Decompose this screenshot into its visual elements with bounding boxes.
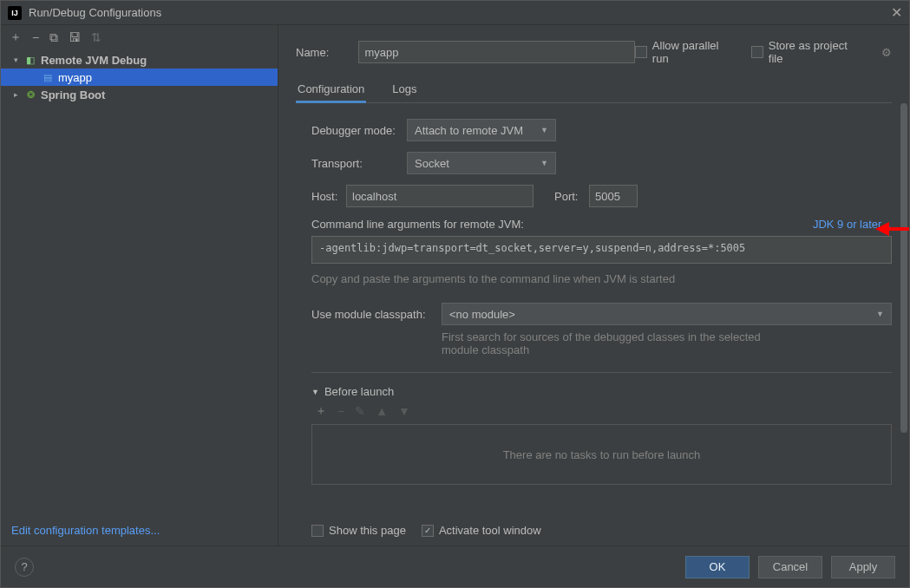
remove-task-icon[interactable]: − — [337, 404, 344, 418]
name-row: Name: Allow parallel run Store as projec… — [296, 39, 892, 65]
module-classpath-select[interactable]: <no module> ▼ — [442, 303, 892, 325]
select-value: Attach to remote JVM — [415, 124, 523, 137]
titlebar: IJ Run/Debug Configurations ✕ — [1, 1, 909, 25]
footer-buttons: OK Cancel Apply — [685, 556, 895, 578]
tree-node-myapp[interactable]: ▤ myapp — [1, 69, 278, 86]
host-label: Host: — [311, 190, 346, 203]
remove-config-icon[interactable]: − — [32, 30, 39, 44]
checkbox-icon — [635, 46, 646, 58]
button-label: OK — [710, 560, 726, 573]
left-panel: ＋ − ⧉ 🖫 ⇅ ▾ ◧ Remote JVM Debug ▤ myapp ▸ — [1, 25, 278, 546]
add-task-icon[interactable]: ＋ — [315, 403, 327, 419]
expand-icon[interactable]: ▾ — [11, 56, 20, 64]
checkbox-icon — [311, 525, 324, 537]
check-label: Activate tool window — [439, 524, 541, 537]
before-launch-list: There are no tasks to run before launch — [311, 424, 892, 485]
dialog-root: IJ Run/Debug Configurations ✕ ＋ − ⧉ 🖫 ⇅ … — [0, 0, 910, 588]
tree-node-remote-jvm[interactable]: ▾ ◧ Remote JVM Debug — [1, 51, 278, 69]
before-launch-toolbar: ＋ − ✎ ▲ ▼ — [311, 398, 892, 424]
check-label: Show this page — [329, 524, 406, 537]
right-panel: Name: Allow parallel run Store as projec… — [278, 25, 909, 546]
transport-select[interactable]: Socket ▼ — [407, 152, 556, 174]
select-value: <no module> — [449, 308, 515, 321]
tab-label: Configuration — [298, 82, 364, 95]
left-footer: Edit configuration templates... — [1, 515, 278, 546]
tree-node-springboot[interactable]: ▸ ❂ Spring Boot — [1, 86, 278, 103]
close-icon[interactable]: ✕ — [891, 4, 902, 21]
cmdline-label: Command line arguments for remote JVM: — [311, 218, 524, 231]
ok-button[interactable]: OK — [685, 556, 750, 578]
cancel-button[interactable]: Cancel — [758, 556, 822, 578]
config-tree: ▾ ◧ Remote JVM Debug ▤ myapp ▸ ❂ Spring … — [1, 49, 278, 515]
remote-jvm-icon: ◧ — [23, 53, 37, 67]
chevron-down-icon: ▼ — [876, 310, 884, 318]
application-icon: ▤ — [41, 70, 55, 84]
edit-templates-link[interactable]: Edit configuration templates... — [11, 524, 160, 537]
module-hint: First search for sources of the debugged… — [442, 330, 771, 356]
section-title: Before launch — [324, 385, 394, 398]
tree-node-label: Remote JVM Debug — [41, 54, 147, 67]
host-input[interactable] — [346, 185, 534, 207]
jdk-version-value: JDK 9 or later — [813, 218, 881, 231]
scrollbar-thumb[interactable] — [900, 103, 907, 433]
add-config-icon[interactable]: ＋ — [10, 29, 22, 45]
vertical-scrollbar[interactable] — [900, 103, 907, 546]
button-label: Apply — [849, 560, 878, 573]
module-classpath-row: Use module classpath: <no module> ▼ — [311, 303, 892, 325]
store-project-check[interactable]: Store as project file — [751, 39, 861, 65]
button-label: Cancel — [773, 560, 808, 573]
tree-node-label: myapp — [58, 71, 92, 84]
name-label: Name: — [296, 46, 358, 59]
spring-icon: ❂ — [23, 88, 37, 101]
debugger-mode-row: Debugger mode: Attach to remote JVM ▼ — [311, 119, 892, 141]
tree-node-label: Spring Boot — [41, 88, 105, 101]
gear-icon[interactable]: ⚙ — [881, 46, 892, 59]
debugger-mode-select[interactable]: Attach to remote JVM ▼ — [407, 119, 556, 141]
cmdline-args-field[interactable]: -agentlib:jdwp=transport=dt_socket,serve… — [311, 236, 892, 264]
module-classpath-label: Use module classpath: — [311, 308, 442, 321]
host-port-row: Host: Port: — [311, 185, 892, 207]
show-this-page-check[interactable]: Show this page — [311, 524, 406, 537]
triangle-down-icon: ▼ — [311, 388, 319, 396]
move-down-icon[interactable]: ▼ — [398, 404, 410, 418]
save-config-icon[interactable]: 🖫 — [69, 30, 81, 44]
activate-tool-window-check[interactable]: Activate tool window — [422, 524, 541, 537]
select-value: Socket — [415, 157, 449, 170]
dialog-footer: ? OK Cancel Apply — [1, 546, 909, 587]
app-icon: IJ — [8, 6, 22, 20]
tab-configuration[interactable]: Configuration — [296, 77, 366, 102]
chevron-down-icon: ⌄ — [885, 221, 892, 230]
expand-icon[interactable]: ▸ — [11, 90, 20, 99]
tab-logs[interactable]: Logs — [390, 77, 418, 102]
jdk-version-dropdown[interactable]: JDK 9 or later ⌄ — [813, 218, 892, 231]
cmdline-text: -agentlib:jdwp=transport=dt_socket,serve… — [319, 242, 745, 254]
config-form: Debugger mode: Attach to remote JVM ▼ Tr… — [296, 119, 892, 520]
port-label: Port: — [554, 190, 589, 203]
name-row-checks: Allow parallel run Store as project file… — [635, 39, 892, 65]
move-up-icon[interactable]: ▲ — [376, 404, 388, 418]
tab-label: Logs — [392, 82, 416, 95]
cmdline-header: Command line arguments for remote JVM: J… — [311, 218, 892, 231]
transport-row: Transport: Socket ▼ — [311, 152, 892, 174]
help-icon[interactable]: ? — [15, 558, 34, 577]
chevron-down-icon: ▼ — [540, 126, 548, 134]
port-input[interactable] — [589, 185, 638, 207]
transport-label: Transport: — [311, 157, 407, 170]
allow-parallel-check[interactable]: Allow parallel run — [635, 39, 734, 65]
debugger-mode-label: Debugger mode: — [311, 124, 407, 137]
sort-config-icon[interactable]: ⇅ — [91, 30, 101, 44]
check-label: Store as project file — [769, 39, 861, 65]
check-label: Allow parallel run — [652, 39, 734, 65]
copy-config-icon[interactable]: ⧉ — [49, 30, 58, 45]
dialog-title: Run/Debug Configurations — [29, 6, 161, 19]
checkbox-icon — [751, 46, 763, 58]
before-launch-header[interactable]: ▼ Before launch — [311, 385, 892, 398]
apply-button[interactable]: Apply — [831, 556, 895, 578]
empty-tasks-text: There are no tasks to run before launch — [503, 448, 701, 461]
chevron-down-icon: ▼ — [540, 159, 548, 167]
bottom-options: Show this page Activate tool window — [296, 520, 892, 546]
cmdline-hint: Copy and paste the arguments to the comm… — [311, 272, 892, 285]
name-input[interactable] — [358, 41, 635, 63]
config-toolbar: ＋ − ⧉ 🖫 ⇅ — [1, 25, 278, 49]
edit-task-icon[interactable]: ✎ — [355, 404, 365, 418]
